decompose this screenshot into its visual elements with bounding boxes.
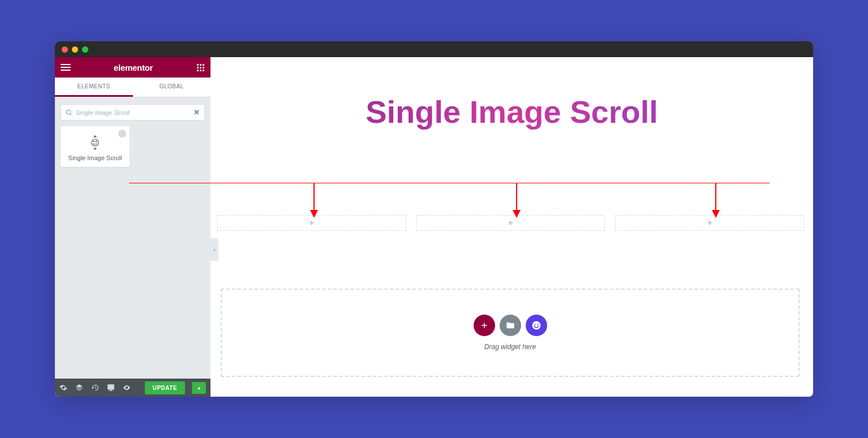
column-dropzone-2[interactable]: +: [416, 215, 605, 231]
elementor-sidebar: elementor ELEMENTS GLOBAL ✕: [55, 57, 210, 397]
dropzone-hint: Drag widget here: [484, 343, 536, 351]
clear-search-icon[interactable]: ✕: [194, 108, 200, 117]
search-box: ✕: [61, 104, 205, 121]
tab-elements[interactable]: ELEMENTS: [55, 78, 133, 97]
widgets-grid-icon[interactable]: [196, 63, 205, 72]
navigator-icon[interactable]: [75, 384, 83, 392]
menu-icon[interactable]: [61, 62, 71, 72]
preview-icon[interactable]: [123, 384, 131, 392]
minimize-window-button[interactable]: [72, 46, 78, 53]
close-window-button[interactable]: [62, 46, 68, 53]
editor-canvas: Single Image Scroll + + + Drag widget he…: [210, 57, 813, 397]
browser-window: elementor ELEMENTS GLOBAL ✕: [55, 41, 813, 397]
dropzone-actions: [474, 315, 547, 336]
sidebar-footer: UPDATE ▲: [55, 379, 210, 397]
svg-point-3: [532, 321, 540, 330]
search-wrap: ✕: [55, 97, 210, 125]
update-button[interactable]: UPDATE: [145, 381, 185, 394]
search-icon: [66, 109, 72, 116]
brand-label: elementor: [114, 63, 153, 72]
widget-icon: [89, 134, 101, 151]
template-library-button[interactable]: [500, 315, 521, 336]
column-dropzone-1[interactable]: +: [217, 215, 406, 231]
sidebar-header: elementor: [55, 57, 210, 78]
history-icon[interactable]: [91, 384, 99, 392]
settings-icon[interactable]: [59, 384, 67, 392]
section-dropzone[interactable]: Drag widget here: [221, 289, 800, 377]
tab-global[interactable]: GLOBAL: [133, 78, 211, 97]
maximize-window-button[interactable]: [82, 46, 88, 53]
add-section-button[interactable]: [474, 315, 495, 336]
collapse-sidebar-icon[interactable]: ‹: [210, 238, 218, 261]
update-dropdown-icon[interactable]: ▲: [192, 382, 206, 394]
window-titlebar: [55, 41, 813, 57]
svg-point-2: [96, 141, 96, 141]
search-input[interactable]: [76, 109, 190, 116]
page-title: Single Image Scroll: [210, 93, 813, 130]
pro-badge-icon: [118, 130, 126, 138]
svg-point-1: [93, 141, 94, 141]
responsive-icon[interactable]: [107, 384, 115, 392]
svg-point-5: [537, 324, 538, 325]
svg-point-4: [534, 324, 535, 325]
ea-templates-button[interactable]: [526, 315, 547, 336]
sidebar-tabs: ELEMENTS GLOBAL: [55, 78, 210, 97]
column-dropzone-3[interactable]: +: [615, 215, 804, 231]
widget-label: Single Image Scroll: [65, 154, 125, 161]
svg-point-0: [92, 139, 98, 146]
widget-single-image-scroll[interactable]: Single Image Scroll: [61, 126, 130, 167]
column-row: + + +: [217, 215, 804, 231]
app-body: elementor ELEMENTS GLOBAL ✕: [55, 57, 813, 397]
